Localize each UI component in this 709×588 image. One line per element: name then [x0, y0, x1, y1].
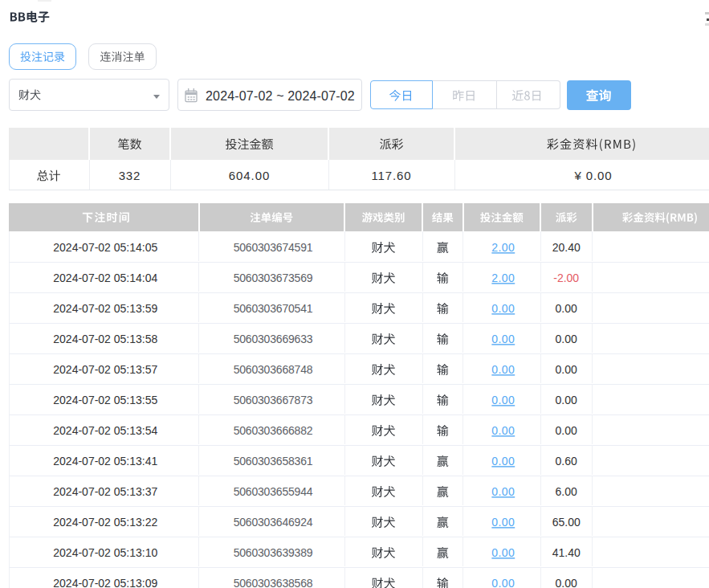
svg-text:604.00: 604.00	[229, 169, 270, 182]
svg-text:0.00: 0.00	[491, 363, 515, 376]
svg-text:0.60: 0.60	[556, 455, 577, 468]
svg-text:2024-07-02 05:13:37: 2024-07-02 05:13:37	[53, 485, 157, 498]
svg-text:20.40: 20.40	[552, 241, 581, 254]
svg-text:0.00: 0.00	[491, 302, 515, 315]
svg-text:2024-07-02 05:13:41: 2024-07-02 05:13:41	[53, 455, 157, 468]
svg-text:2.00: 2.00	[491, 272, 515, 284]
svg-text:5060303666882: 5060303666882	[234, 424, 313, 437]
svg-text:0.00: 0.00	[556, 424, 577, 437]
svg-text:¥ 0.00: ¥ 0.00	[573, 169, 612, 182]
svg-text:5060303667873: 5060303667873	[234, 394, 313, 406]
svg-text:0.00: 0.00	[491, 333, 515, 345]
svg-text:41.40: 41.40	[552, 546, 581, 559]
svg-text:6.00: 6.00	[556, 485, 577, 498]
svg-text:5060303639389: 5060303639389	[234, 546, 313, 559]
svg-text:0.00: 0.00	[491, 546, 515, 559]
svg-text:0.00: 0.00	[556, 363, 577, 376]
svg-text:0.00: 0.00	[491, 485, 515, 498]
svg-text:0.00: 0.00	[491, 455, 515, 468]
svg-text:0.00: 0.00	[556, 302, 577, 315]
svg-text:0.00: 0.00	[491, 394, 515, 406]
svg-text:5060303674591: 5060303674591	[234, 241, 313, 254]
svg-text:5060303646924: 5060303646924	[234, 516, 313, 529]
svg-text:2024-07-02 05:14:04: 2024-07-02 05:14:04	[53, 272, 157, 284]
svg-text:5060303655944: 5060303655944	[234, 485, 313, 498]
svg-text:5060303668748: 5060303668748	[234, 363, 313, 376]
svg-text:0.00: 0.00	[491, 424, 515, 437]
svg-text:2024-07-02 05:13:59: 2024-07-02 05:13:59	[53, 302, 157, 315]
svg-text:0.00: 0.00	[491, 516, 515, 529]
svg-text:2.00: 2.00	[491, 241, 515, 254]
svg-text:2024-07-02 05:13:22: 2024-07-02 05:13:22	[53, 516, 157, 529]
svg-text:2024-07-02 05:13:55: 2024-07-02 05:13:55	[53, 394, 157, 406]
svg-text:2024-07-02 05:13:54: 2024-07-02 05:13:54	[53, 424, 157, 437]
svg-text:5060303658361: 5060303658361	[234, 455, 313, 468]
svg-text:0.00: 0.00	[556, 394, 577, 406]
svg-text:2024-07-02 05:14:05: 2024-07-02 05:14:05	[53, 241, 157, 254]
svg-text:5060303670541: 5060303670541	[234, 302, 313, 315]
svg-text:2024-07-02 05:13:09: 2024-07-02 05:13:09	[53, 577, 157, 588]
svg-text:-2.00: -2.00	[553, 272, 579, 284]
svg-text:0.00: 0.00	[556, 577, 577, 588]
svg-text:5060303673569: 5060303673569	[234, 272, 313, 284]
svg-text:117.60: 117.60	[371, 169, 411, 182]
svg-text:2024-07-02 05:13:57: 2024-07-02 05:13:57	[53, 363, 157, 376]
svg-text:332: 332	[119, 169, 141, 182]
svg-text:5060303669633: 5060303669633	[234, 333, 313, 345]
svg-text:65.00: 65.00	[552, 516, 581, 529]
svg-text:2024-07-02 05:13:58: 2024-07-02 05:13:58	[53, 333, 157, 345]
svg-text:0.00: 0.00	[556, 333, 577, 345]
svg-text:5060303638568: 5060303638568	[234, 577, 313, 588]
svg-text:2024-07-02 05:13:10: 2024-07-02 05:13:10	[53, 546, 157, 559]
svg-text:0.00: 0.00	[491, 577, 515, 588]
svg-text:2024-07-02 ~ 2024-07-02: 2024-07-02 ~ 2024-07-02	[206, 89, 355, 103]
